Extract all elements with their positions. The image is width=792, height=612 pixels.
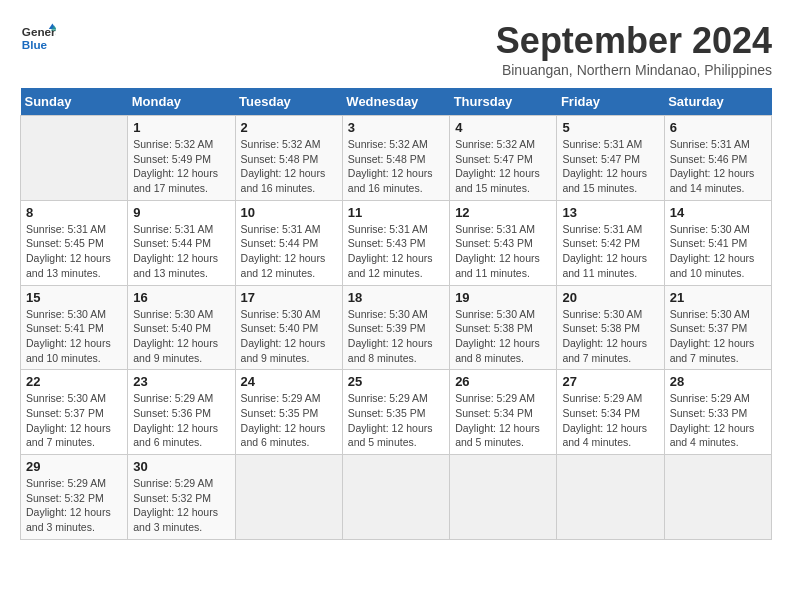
weekday-header-thursday: Thursday [450, 88, 557, 116]
calendar-header: SundayMondayTuesdayWednesdayThursdayFrid… [21, 88, 772, 116]
calendar-cell [664, 455, 771, 540]
day-number: 13 [562, 205, 658, 220]
calendar-week-4: 22 Sunrise: 5:30 AMSunset: 5:37 PMDaylig… [21, 370, 772, 455]
weekday-row: SundayMondayTuesdayWednesdayThursdayFrid… [21, 88, 772, 116]
calendar-cell: 24 Sunrise: 5:29 AMSunset: 5:35 PMDaylig… [235, 370, 342, 455]
weekday-header-tuesday: Tuesday [235, 88, 342, 116]
day-number: 3 [348, 120, 444, 135]
day-info: Sunrise: 5:31 AMSunset: 5:44 PMDaylight:… [133, 223, 218, 279]
day-info: Sunrise: 5:32 AMSunset: 5:48 PMDaylight:… [348, 138, 433, 194]
month-title: September 2024 [496, 20, 772, 62]
day-info: Sunrise: 5:31 AMSunset: 5:45 PMDaylight:… [26, 223, 111, 279]
day-number: 18 [348, 290, 444, 305]
day-number: 24 [241, 374, 337, 389]
weekday-header-friday: Friday [557, 88, 664, 116]
day-info: Sunrise: 5:32 AMSunset: 5:48 PMDaylight:… [241, 138, 326, 194]
calendar-cell: 12 Sunrise: 5:31 AMSunset: 5:43 PMDaylig… [450, 200, 557, 285]
day-info: Sunrise: 5:30 AMSunset: 5:41 PMDaylight:… [26, 308, 111, 364]
calendar-cell: 1 Sunrise: 5:32 AMSunset: 5:49 PMDayligh… [128, 116, 235, 201]
calendar-cell [21, 116, 128, 201]
day-info: Sunrise: 5:30 AMSunset: 5:39 PMDaylight:… [348, 308, 433, 364]
day-info: Sunrise: 5:30 AMSunset: 5:40 PMDaylight:… [241, 308, 326, 364]
location-title: Binuangan, Northern Mindanao, Philippine… [496, 62, 772, 78]
day-number: 6 [670, 120, 766, 135]
calendar-cell: 11 Sunrise: 5:31 AMSunset: 5:43 PMDaylig… [342, 200, 449, 285]
calendar-cell: 26 Sunrise: 5:29 AMSunset: 5:34 PMDaylig… [450, 370, 557, 455]
calendar-cell: 5 Sunrise: 5:31 AMSunset: 5:47 PMDayligh… [557, 116, 664, 201]
day-info: Sunrise: 5:31 AMSunset: 5:42 PMDaylight:… [562, 223, 647, 279]
calendar-cell: 21 Sunrise: 5:30 AMSunset: 5:37 PMDaylig… [664, 285, 771, 370]
day-info: Sunrise: 5:29 AMSunset: 5:34 PMDaylight:… [562, 392, 647, 448]
day-info: Sunrise: 5:30 AMSunset: 5:40 PMDaylight:… [133, 308, 218, 364]
day-info: Sunrise: 5:29 AMSunset: 5:33 PMDaylight:… [670, 392, 755, 448]
day-info: Sunrise: 5:32 AMSunset: 5:47 PMDaylight:… [455, 138, 540, 194]
calendar-cell: 17 Sunrise: 5:30 AMSunset: 5:40 PMDaylig… [235, 285, 342, 370]
day-info: Sunrise: 5:31 AMSunset: 5:43 PMDaylight:… [455, 223, 540, 279]
day-info: Sunrise: 5:29 AMSunset: 5:32 PMDaylight:… [26, 477, 111, 533]
day-number: 16 [133, 290, 229, 305]
weekday-header-saturday: Saturday [664, 88, 771, 116]
calendar-week-2: 8 Sunrise: 5:31 AMSunset: 5:45 PMDayligh… [21, 200, 772, 285]
calendar-cell: 19 Sunrise: 5:30 AMSunset: 5:38 PMDaylig… [450, 285, 557, 370]
day-info: Sunrise: 5:30 AMSunset: 5:37 PMDaylight:… [670, 308, 755, 364]
calendar-cell: 29 Sunrise: 5:29 AMSunset: 5:32 PMDaylig… [21, 455, 128, 540]
day-number: 28 [670, 374, 766, 389]
calendar-cell [450, 455, 557, 540]
day-number: 11 [348, 205, 444, 220]
day-info: Sunrise: 5:30 AMSunset: 5:37 PMDaylight:… [26, 392, 111, 448]
calendar-cell: 6 Sunrise: 5:31 AMSunset: 5:46 PMDayligh… [664, 116, 771, 201]
calendar-cell [342, 455, 449, 540]
day-info: Sunrise: 5:31 AMSunset: 5:43 PMDaylight:… [348, 223, 433, 279]
calendar-cell: 16 Sunrise: 5:30 AMSunset: 5:40 PMDaylig… [128, 285, 235, 370]
header: General Blue September 2024 Binuangan, N… [20, 20, 772, 78]
calendar-week-1: 1 Sunrise: 5:32 AMSunset: 5:49 PMDayligh… [21, 116, 772, 201]
day-info: Sunrise: 5:31 AMSunset: 5:44 PMDaylight:… [241, 223, 326, 279]
calendar-cell: 14 Sunrise: 5:30 AMSunset: 5:41 PMDaylig… [664, 200, 771, 285]
day-number: 15 [26, 290, 122, 305]
day-number: 23 [133, 374, 229, 389]
day-number: 10 [241, 205, 337, 220]
calendar-week-5: 29 Sunrise: 5:29 AMSunset: 5:32 PMDaylig… [21, 455, 772, 540]
weekday-header-sunday: Sunday [21, 88, 128, 116]
day-number: 21 [670, 290, 766, 305]
calendar-cell: 18 Sunrise: 5:30 AMSunset: 5:39 PMDaylig… [342, 285, 449, 370]
calendar-cell: 10 Sunrise: 5:31 AMSunset: 5:44 PMDaylig… [235, 200, 342, 285]
title-area: September 2024 Binuangan, Northern Minda… [496, 20, 772, 78]
calendar-cell: 20 Sunrise: 5:30 AMSunset: 5:38 PMDaylig… [557, 285, 664, 370]
calendar-table: SundayMondayTuesdayWednesdayThursdayFrid… [20, 88, 772, 540]
calendar-cell [557, 455, 664, 540]
day-info: Sunrise: 5:30 AMSunset: 5:38 PMDaylight:… [455, 308, 540, 364]
day-number: 17 [241, 290, 337, 305]
calendar-cell: 4 Sunrise: 5:32 AMSunset: 5:47 PMDayligh… [450, 116, 557, 201]
calendar-cell: 30 Sunrise: 5:29 AMSunset: 5:32 PMDaylig… [128, 455, 235, 540]
day-number: 14 [670, 205, 766, 220]
calendar-cell [235, 455, 342, 540]
day-number: 25 [348, 374, 444, 389]
day-number: 9 [133, 205, 229, 220]
weekday-header-wednesday: Wednesday [342, 88, 449, 116]
weekday-header-monday: Monday [128, 88, 235, 116]
day-info: Sunrise: 5:29 AMSunset: 5:35 PMDaylight:… [241, 392, 326, 448]
calendar-cell: 2 Sunrise: 5:32 AMSunset: 5:48 PMDayligh… [235, 116, 342, 201]
day-number: 5 [562, 120, 658, 135]
calendar-cell: 9 Sunrise: 5:31 AMSunset: 5:44 PMDayligh… [128, 200, 235, 285]
calendar-cell: 3 Sunrise: 5:32 AMSunset: 5:48 PMDayligh… [342, 116, 449, 201]
day-info: Sunrise: 5:29 AMSunset: 5:36 PMDaylight:… [133, 392, 218, 448]
calendar-cell: 22 Sunrise: 5:30 AMSunset: 5:37 PMDaylig… [21, 370, 128, 455]
calendar-cell: 28 Sunrise: 5:29 AMSunset: 5:33 PMDaylig… [664, 370, 771, 455]
calendar-cell: 13 Sunrise: 5:31 AMSunset: 5:42 PMDaylig… [557, 200, 664, 285]
day-info: Sunrise: 5:30 AMSunset: 5:38 PMDaylight:… [562, 308, 647, 364]
day-number: 2 [241, 120, 337, 135]
calendar-cell: 15 Sunrise: 5:30 AMSunset: 5:41 PMDaylig… [21, 285, 128, 370]
day-number: 26 [455, 374, 551, 389]
day-number: 8 [26, 205, 122, 220]
day-info: Sunrise: 5:29 AMSunset: 5:32 PMDaylight:… [133, 477, 218, 533]
day-info: Sunrise: 5:31 AMSunset: 5:46 PMDaylight:… [670, 138, 755, 194]
day-number: 1 [133, 120, 229, 135]
day-info: Sunrise: 5:32 AMSunset: 5:49 PMDaylight:… [133, 138, 218, 194]
calendar-cell: 25 Sunrise: 5:29 AMSunset: 5:35 PMDaylig… [342, 370, 449, 455]
day-number: 4 [455, 120, 551, 135]
day-number: 12 [455, 205, 551, 220]
day-number: 30 [133, 459, 229, 474]
calendar-cell: 27 Sunrise: 5:29 AMSunset: 5:34 PMDaylig… [557, 370, 664, 455]
